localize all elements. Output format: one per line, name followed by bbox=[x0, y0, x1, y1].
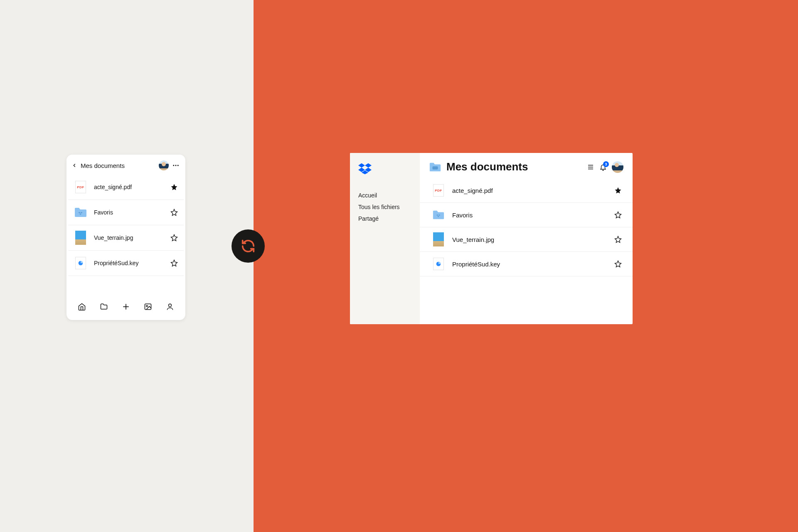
dropbox-logo-icon[interactable] bbox=[358, 163, 411, 175]
svg-point-2 bbox=[177, 165, 179, 166]
file-row[interactable]: PropriétéSud.key bbox=[420, 252, 633, 276]
desktop-sidebar: Accueil Tous les fichiers Partagé bbox=[350, 153, 420, 324]
star-outline-icon[interactable] bbox=[170, 209, 178, 216]
mobile-page-title: Mes documents bbox=[81, 162, 155, 169]
avatar[interactable] bbox=[159, 160, 169, 170]
file-name: acte_signé.pdf bbox=[94, 184, 164, 190]
sidebar-item-home[interactable]: Accueil bbox=[358, 190, 411, 201]
star-outline-icon[interactable] bbox=[614, 260, 622, 268]
mobile-header: Mes documents bbox=[66, 155, 185, 175]
left-background: Mes documents PDF acte_signé.pdf F bbox=[0, 0, 254, 532]
mobile-file-list: PDF acte_signé.pdf Favoris bbox=[66, 175, 185, 276]
image-file-icon bbox=[432, 233, 445, 246]
plus-icon[interactable] bbox=[122, 303, 130, 311]
file-row[interactable]: PropriétéSud.key bbox=[68, 251, 184, 276]
folder-icon bbox=[74, 206, 87, 219]
folder-nav-icon[interactable] bbox=[100, 303, 108, 311]
home-icon[interactable] bbox=[78, 303, 86, 311]
file-row[interactable]: PDF acte_signé.pdf bbox=[68, 175, 184, 200]
pdf-file-icon: PDF bbox=[74, 180, 87, 194]
notification-bell-icon[interactable]: 3 bbox=[599, 163, 607, 171]
sync-icon bbox=[232, 229, 265, 263]
svg-point-1 bbox=[175, 165, 177, 166]
file-name: Vue_terrain.jpg bbox=[452, 236, 607, 243]
list-view-icon[interactable] bbox=[587, 163, 594, 171]
svg-point-8 bbox=[169, 304, 172, 307]
desktop-page-title: Mes documents bbox=[446, 160, 582, 173]
desktop-main: Mes documents 3 PDF acte_signé.pdf bbox=[420, 153, 633, 324]
desktop-header: Mes documents 3 bbox=[420, 153, 633, 178]
file-row[interactable]: PDF acte_signé.pdf bbox=[420, 178, 633, 203]
file-name: Favoris bbox=[94, 209, 164, 216]
file-row[interactable]: Vue_terrain.jpg bbox=[68, 225, 184, 251]
desktop-file-list: PDF acte_signé.pdf Favoris bbox=[420, 178, 633, 276]
svg-rect-9 bbox=[432, 166, 438, 170]
star-outline-icon[interactable] bbox=[614, 236, 622, 243]
pdf-file-icon: PDF bbox=[432, 184, 445, 197]
folder-icon bbox=[432, 209, 445, 221]
file-name: acte_signé.pdf bbox=[452, 187, 607, 194]
file-name: PropriétéSud.key bbox=[452, 261, 607, 268]
star-filled-icon[interactable] bbox=[614, 187, 622, 194]
svg-rect-6 bbox=[145, 304, 151, 309]
file-name: Vue_terrain.jpg bbox=[94, 234, 164, 241]
file-row[interactable]: Vue_terrain.jpg bbox=[420, 227, 633, 252]
file-name: Favoris bbox=[452, 212, 607, 219]
more-icon[interactable] bbox=[172, 162, 180, 169]
right-background: Accueil Tous les fichiers Partagé Mes do… bbox=[254, 0, 798, 532]
notification-badge: 3 bbox=[603, 161, 609, 167]
keynote-file-icon bbox=[432, 258, 445, 270]
svg-point-0 bbox=[173, 165, 174, 166]
account-icon[interactable] bbox=[166, 303, 174, 311]
file-row[interactable]: Favoris bbox=[68, 200, 184, 225]
star-filled-icon[interactable] bbox=[170, 183, 178, 191]
sidebar-item-all-files[interactable]: Tous les fichiers bbox=[358, 201, 411, 213]
keynote-file-icon bbox=[74, 256, 87, 270]
photos-icon[interactable] bbox=[144, 303, 152, 311]
star-outline-icon[interactable] bbox=[614, 211, 622, 219]
star-outline-icon[interactable] bbox=[170, 259, 178, 267]
mobile-app-card: Mes documents PDF acte_signé.pdf F bbox=[66, 155, 185, 320]
sidebar-item-shared[interactable]: Partagé bbox=[358, 213, 411, 224]
shared-folder-icon bbox=[429, 162, 441, 172]
desktop-app-card: Accueil Tous les fichiers Partagé Mes do… bbox=[350, 153, 633, 324]
file-name: PropriétéSud.key bbox=[94, 260, 164, 266]
svg-point-7 bbox=[146, 305, 148, 307]
mobile-bottom-nav bbox=[66, 296, 185, 320]
file-row[interactable]: Favoris bbox=[420, 203, 633, 227]
image-file-icon bbox=[74, 231, 87, 244]
avatar[interactable] bbox=[612, 161, 623, 173]
back-icon[interactable] bbox=[71, 163, 77, 168]
star-outline-icon[interactable] bbox=[170, 234, 178, 241]
